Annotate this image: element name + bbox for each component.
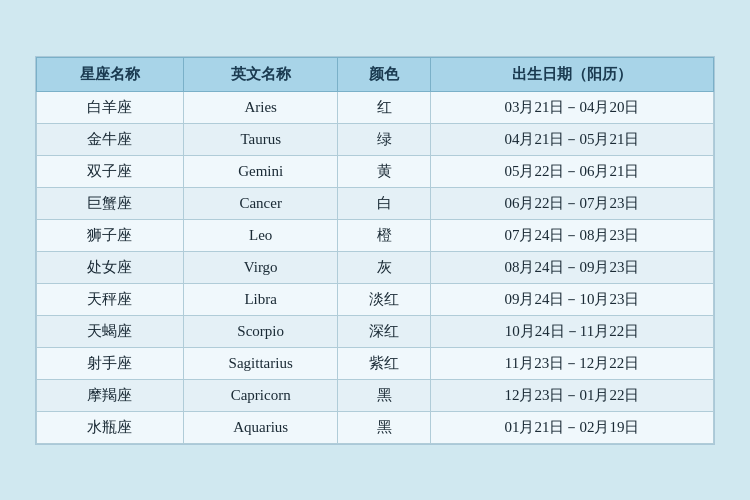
- cell-color: 绿: [338, 123, 431, 155]
- cell-dates: 12月23日－01月22日: [430, 379, 713, 411]
- table-row: 天蝎座Scorpio深红10月24日－11月22日: [37, 315, 714, 347]
- zodiac-table: 星座名称 英文名称 颜色 出生日期（阳历） 白羊座Aries红03月21日－04…: [36, 57, 714, 444]
- cell-english: Leo: [183, 219, 338, 251]
- cell-chinese: 处女座: [37, 251, 184, 283]
- cell-english: Cancer: [183, 187, 338, 219]
- cell-dates: 01月21日－02月19日: [430, 411, 713, 443]
- cell-english: Libra: [183, 283, 338, 315]
- cell-english: Capricorn: [183, 379, 338, 411]
- cell-english: Scorpio: [183, 315, 338, 347]
- cell-color: 灰: [338, 251, 431, 283]
- table-row: 金牛座Taurus绿04月21日－05月21日: [37, 123, 714, 155]
- table-row: 双子座Gemini黄05月22日－06月21日: [37, 155, 714, 187]
- cell-chinese: 射手座: [37, 347, 184, 379]
- table-row: 水瓶座Aquarius黑01月21日－02月19日: [37, 411, 714, 443]
- cell-color: 黄: [338, 155, 431, 187]
- cell-color: 深红: [338, 315, 431, 347]
- cell-color: 黑: [338, 379, 431, 411]
- cell-dates: 03月21日－04月20日: [430, 91, 713, 123]
- cell-dates: 11月23日－12月22日: [430, 347, 713, 379]
- table-row: 白羊座Aries红03月21日－04月20日: [37, 91, 714, 123]
- cell-dates: 08月24日－09月23日: [430, 251, 713, 283]
- cell-chinese: 白羊座: [37, 91, 184, 123]
- cell-chinese: 狮子座: [37, 219, 184, 251]
- table-row: 狮子座Leo橙07月24日－08月23日: [37, 219, 714, 251]
- cell-chinese: 双子座: [37, 155, 184, 187]
- cell-color: 黑: [338, 411, 431, 443]
- cell-chinese: 金牛座: [37, 123, 184, 155]
- cell-dates: 10月24日－11月22日: [430, 315, 713, 347]
- cell-english: Virgo: [183, 251, 338, 283]
- table-row: 射手座Sagittarius紫红11月23日－12月22日: [37, 347, 714, 379]
- cell-chinese: 水瓶座: [37, 411, 184, 443]
- table-row: 巨蟹座Cancer白06月22日－07月23日: [37, 187, 714, 219]
- cell-english: Aquarius: [183, 411, 338, 443]
- cell-dates: 07月24日－08月23日: [430, 219, 713, 251]
- table-header-row: 星座名称 英文名称 颜色 出生日期（阳历）: [37, 57, 714, 91]
- cell-chinese: 巨蟹座: [37, 187, 184, 219]
- table-row: 处女座Virgo灰08月24日－09月23日: [37, 251, 714, 283]
- cell-english: Aries: [183, 91, 338, 123]
- cell-chinese: 摩羯座: [37, 379, 184, 411]
- zodiac-table-container: 星座名称 英文名称 颜色 出生日期（阳历） 白羊座Aries红03月21日－04…: [35, 56, 715, 445]
- cell-dates: 09月24日－10月23日: [430, 283, 713, 315]
- cell-english: Gemini: [183, 155, 338, 187]
- cell-english: Taurus: [183, 123, 338, 155]
- cell-color: 白: [338, 187, 431, 219]
- table-row: 天秤座Libra淡红09月24日－10月23日: [37, 283, 714, 315]
- cell-dates: 04月21日－05月21日: [430, 123, 713, 155]
- cell-dates: 05月22日－06月21日: [430, 155, 713, 187]
- table-row: 摩羯座Capricorn黑12月23日－01月22日: [37, 379, 714, 411]
- cell-chinese: 天秤座: [37, 283, 184, 315]
- cell-english: Sagittarius: [183, 347, 338, 379]
- header-chinese: 星座名称: [37, 57, 184, 91]
- header-color: 颜色: [338, 57, 431, 91]
- cell-dates: 06月22日－07月23日: [430, 187, 713, 219]
- cell-color: 橙: [338, 219, 431, 251]
- cell-color: 淡红: [338, 283, 431, 315]
- header-dates: 出生日期（阳历）: [430, 57, 713, 91]
- cell-chinese: 天蝎座: [37, 315, 184, 347]
- header-english: 英文名称: [183, 57, 338, 91]
- cell-color: 紫红: [338, 347, 431, 379]
- cell-color: 红: [338, 91, 431, 123]
